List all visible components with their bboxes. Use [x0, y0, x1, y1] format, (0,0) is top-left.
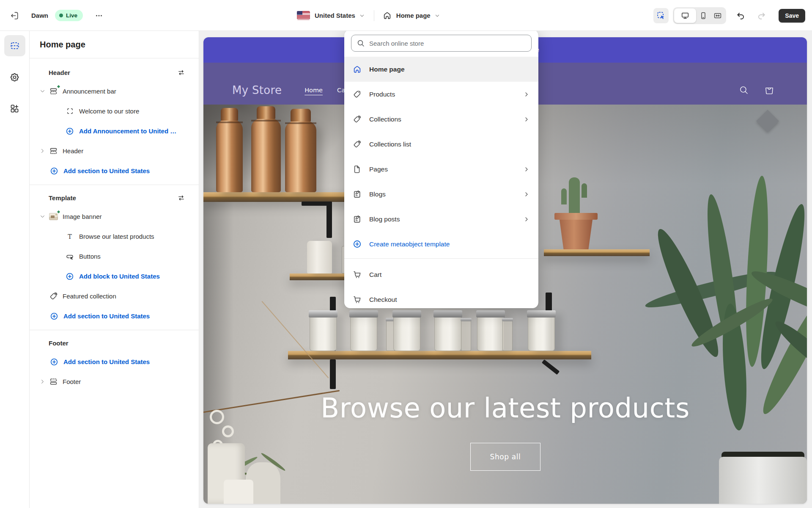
chevron-right-icon: [523, 116, 530, 123]
undo-button[interactable]: [733, 8, 748, 23]
group-label-footer: Footer: [30, 334, 199, 352]
announcement-section-icon: [49, 87, 58, 96]
shop-all-button[interactable]: Shop all: [470, 443, 540, 471]
sections-sidebar: Home page Header Announcement bar: [30, 31, 199, 508]
more-actions-button[interactable]: [91, 8, 107, 23]
sidebar-block-buttons[interactable]: Buttons: [30, 246, 199, 266]
candle-jar-small: [502, 318, 513, 351]
sidebar-section-image-banner[interactable]: Image banner: [30, 207, 199, 226]
search-input[interactable]: [369, 40, 526, 47]
ellipsis-icon: [95, 11, 103, 20]
plus-circle-icon: [66, 272, 74, 281]
market-label: United States: [315, 12, 355, 19]
add-section-link-template[interactable]: Add section to United States: [30, 306, 199, 326]
exit-icon: [10, 11, 19, 20]
dropdown-item-products[interactable]: Products: [344, 82, 538, 107]
store-cart-icon[interactable]: [764, 85, 775, 96]
chevron-right-icon: [523, 166, 530, 173]
candle-jar: [393, 311, 420, 351]
shelf-bracket: [326, 202, 332, 238]
white-jar: [307, 241, 332, 273]
apps-icon: [10, 104, 19, 113]
editor-rail: [0, 31, 30, 508]
inspector-icon: [656, 11, 666, 20]
shelf-post: [330, 359, 336, 389]
sidebar-section-announcement-bar[interactable]: Announcement bar: [30, 81, 199, 101]
chevron-down-icon: [359, 12, 365, 19]
add-block-link[interactable]: Add block to United States: [30, 266, 199, 286]
page-selector-label: Home page: [396, 12, 431, 19]
mobile-preview-button[interactable]: [696, 8, 710, 23]
redo-button[interactable]: [754, 8, 769, 23]
inspect-tool-button[interactable]: [653, 8, 669, 23]
dropdown-item-collections-list[interactable]: Collections list: [344, 132, 538, 157]
theme-name: Dawn: [31, 12, 48, 19]
dropdown-item-home-page[interactable]: Home page: [344, 57, 538, 82]
group-label-template: Template: [30, 189, 199, 207]
us-flag-icon: [297, 11, 310, 20]
rail-item-sections[interactable]: [4, 35, 25, 56]
page-selector-dropdown: Home page Products Collections: [344, 30, 538, 308]
add-announcement-link[interactable]: Add Announcement to United …: [30, 121, 199, 141]
shelf-brace: [542, 359, 560, 375]
page-selector[interactable]: Home page: [383, 11, 441, 20]
plus-circle-icon: [50, 358, 58, 366]
chevron-right-icon[interactable]: [40, 148, 45, 154]
tags-icon: [353, 115, 362, 124]
add-section-link-header[interactable]: Add section to United States: [30, 161, 199, 181]
chevron-down-icon[interactable]: [40, 88, 45, 94]
copper-bottle: [251, 117, 281, 192]
sidebar-block-welcome[interactable]: Welcome to our store: [30, 101, 199, 121]
sidebar-section-featured-collection[interactable]: Featured collection: [30, 286, 199, 306]
image-banner-thumbnail: [49, 212, 58, 221]
chevron-down-icon: [434, 12, 441, 19]
header-section-icon: [49, 146, 58, 156]
sidebar-section-header[interactable]: Header: [30, 141, 199, 161]
fullwidth-icon: [713, 11, 722, 20]
plant-pot: [719, 457, 807, 504]
fullwidth-preview-button[interactable]: [710, 8, 725, 23]
sidebar-section-footer[interactable]: Footer: [30, 372, 199, 392]
dropdown-item-pages[interactable]: Pages: [344, 157, 538, 182]
rail-item-theme-settings[interactable]: [4, 66, 25, 88]
dropdown-item-blogs[interactable]: Blogs: [344, 182, 538, 207]
white-vase: [224, 480, 253, 504]
cycle-group-icon[interactable]: [177, 69, 185, 77]
undo-icon: [736, 11, 745, 20]
search-icon: [357, 39, 365, 47]
create-metaobject-template-link[interactable]: Create metaobject template: [344, 232, 538, 257]
rail-item-apps[interactable]: [4, 98, 25, 119]
add-section-link-footer[interactable]: Add section to United States: [30, 352, 199, 372]
dropdown-item-collections[interactable]: Collections: [344, 107, 538, 132]
store-search-icon[interactable]: [738, 85, 749, 96]
exit-editor-button[interactable]: [7, 8, 22, 23]
tag-icon: [353, 90, 362, 99]
market-selector[interactable]: United States: [297, 11, 365, 20]
dropdown-item-blog-posts[interactable]: Blog posts: [344, 207, 538, 232]
cactus-arm: [582, 183, 587, 198]
dropdown-item-checkout[interactable]: Checkout: [344, 287, 538, 308]
plus-circle-icon: [66, 127, 74, 135]
dropdown-item-cart[interactable]: Cart: [344, 262, 538, 287]
store-name[interactable]: My Store: [232, 84, 282, 97]
cycle-group-icon[interactable]: [177, 194, 185, 202]
chevron-right-icon[interactable]: [40, 379, 45, 384]
online-store-search-field[interactable]: [351, 35, 532, 52]
desktop-preview-button[interactable]: [674, 8, 696, 23]
button-cursor-icon: [66, 252, 74, 261]
tags-icon: [49, 292, 58, 301]
dropdown-divider: [344, 258, 538, 259]
copper-bottle: [285, 120, 316, 192]
cart-icon: [353, 270, 362, 279]
plus-circle-icon: [50, 312, 58, 320]
save-button[interactable]: Save: [779, 9, 805, 22]
sidebar-block-heading[interactable]: T Browse our latest products: [30, 226, 199, 246]
chevron-down-icon[interactable]: [40, 214, 45, 219]
svg-text:T: T: [68, 233, 72, 240]
candle-jar: [310, 311, 337, 351]
home-icon: [353, 65, 362, 74]
sidebar-divider: [30, 330, 199, 330]
sections-icon: [10, 41, 20, 51]
nav-link-home[interactable]: Home: [304, 87, 323, 94]
topbar-divider: [374, 10, 374, 21]
